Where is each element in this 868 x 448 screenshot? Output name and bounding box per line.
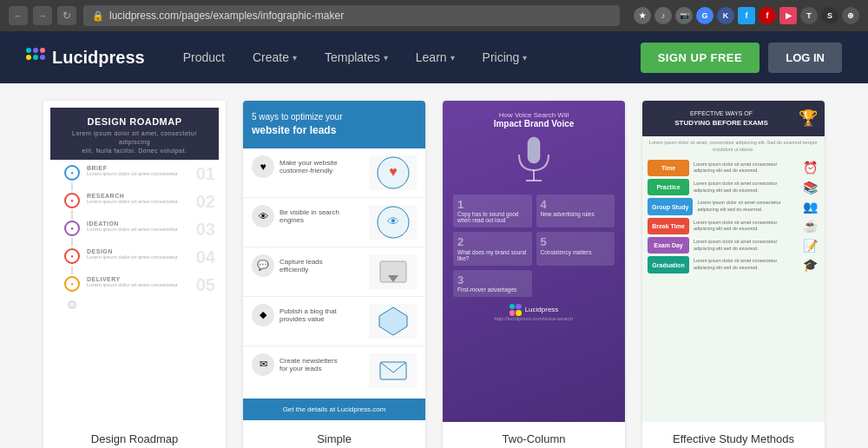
step2-label: RESEARCH: [87, 193, 189, 199]
card2-item-4: ◆ Publish a blog thatprovides value: [243, 297, 425, 346]
extension-icon-10: S: [821, 7, 838, 24]
card4-preview: EFFECTIVE WAYS OF STUDYING BEFORE EXAMS …: [642, 101, 825, 422]
badge-exam: Exam Day: [648, 237, 689, 254]
badge-time: Time: [648, 160, 689, 176]
url-text: lucidpress.com/pages/examples/infographi…: [109, 10, 344, 22]
graduation-icon: 🎓: [800, 256, 819, 273]
browser-chrome: ← → ↻ 🔒 lucidpress.com/pages/examples/in…: [0, 0, 868, 31]
card3-title: How Voice Search Will Impact Brand Voice: [453, 111, 615, 128]
step1-label: BRIEF: [87, 165, 189, 171]
back-button[interactable]: ←: [9, 6, 28, 25]
step5-label: DELIVERY: [87, 276, 189, 282]
step4-circle: ●: [64, 248, 80, 264]
nav-pricing[interactable]: Pricing ▾: [470, 43, 540, 71]
nav-product[interactable]: Product: [171, 43, 237, 71]
card3-item-4: 4 New advertising rules: [536, 194, 615, 227]
forward-button[interactable]: →: [33, 6, 52, 25]
trophy-icon: 🏆: [799, 108, 818, 129]
create-caret: ▾: [293, 53, 297, 63]
browser-extension-icons: ★ ♪ 📷 G K f f ▶ T S ⊕: [634, 7, 859, 24]
card2-item-5: ✉ Create newslettersfor your leads: [243, 346, 425, 395]
extension-icon-6: f: [738, 7, 755, 24]
svg-text:👁: 👁: [387, 214, 399, 228]
card1-title: DESIGN ROADMAP: [56, 116, 214, 127]
card2-icon-3: [376, 254, 411, 289]
lock-icon: 🔒: [92, 10, 104, 22]
signup-button[interactable]: SIGN UP FREE: [641, 43, 760, 73]
card3-item-1: 1 Copy has to sound good when read out l…: [453, 194, 532, 227]
step4-label: DESIGN: [87, 248, 189, 254]
svg-rect-8: [528, 137, 540, 163]
card2-header: 5 ways to optimize your website for lead…: [243, 101, 425, 148]
practice-icon: 📚: [800, 179, 819, 195]
step3-circle: ●: [64, 221, 80, 236]
nav-links: Product Create ▾ Templates ▾ Learn ▾ Pri…: [171, 43, 641, 71]
refresh-button[interactable]: ↻: [57, 6, 76, 25]
step5-circle: ●: [64, 276, 80, 292]
card-design-roadmap[interactable]: DESIGN ROADMAP Lorem ipsum dolor sit ame…: [43, 101, 226, 448]
card3-item-5: 5 Consistency matters: [536, 232, 615, 265]
card2-icon-5: [376, 353, 411, 388]
address-bar[interactable]: 🔒 lucidpress.com/pages/examples/infograp…: [83, 5, 620, 26]
section-exam: Exam Day Lorem ipsum dolor sit amet cons…: [648, 237, 819, 254]
svg-marker-6: [379, 307, 407, 335]
badge-break: Break Time: [648, 218, 689, 234]
badge-graduation: Graduation: [648, 256, 689, 273]
extension-icon-9: T: [800, 7, 818, 24]
extension-icon-3: 📷: [675, 7, 693, 24]
section-practice: Practice Lorem ipsum dolor sit amet cons…: [648, 179, 819, 195]
card2-icon-1: ♥: [376, 155, 411, 190]
extension-icon-2: ♪: [654, 7, 672, 24]
card2-label: Simple Infographic: [243, 422, 425, 448]
badge-group: Group Study: [648, 198, 693, 214]
card2-icon-4: [376, 304, 411, 339]
card4-label: Effective Study Methods Infographic: [642, 422, 825, 448]
card3-item-3: 3 First-mover advantages: [453, 270, 532, 297]
logo[interactable]: Lucidpress: [26, 48, 145, 68]
card3-preview: How Voice Search Will Impact Brand Voice…: [443, 101, 625, 422]
card2-icon-2: 👁: [376, 205, 411, 240]
main-content: DESIGN ROADMAP Lorem ipsum dolor sit ame…: [0, 83, 868, 448]
card1-preview: DESIGN ROADMAP Lorem ipsum dolor sit ame…: [43, 101, 226, 422]
templates-caret: ▾: [384, 53, 388, 63]
step3-label: IDEATION: [87, 221, 189, 227]
step2-circle: ●: [64, 193, 80, 208]
section-break: Break Time Lorem ipsum dolor sit amet co…: [648, 218, 819, 234]
learn-caret: ▾: [450, 53, 455, 63]
login-button[interactable]: LOG IN: [768, 43, 842, 73]
nav-templates[interactable]: Templates ▾: [312, 43, 400, 71]
card2-preview: 5 ways to optimize your website for lead…: [243, 101, 425, 422]
card1-sub: Lorem ipsum dolor sit amet, consectetur …: [56, 129, 214, 155]
nav-learn[interactable]: Learn ▾: [404, 43, 467, 71]
step1-circle: ●: [64, 165, 80, 181]
card4-header: EFFECTIVE WAYS OF STUDYING BEFORE EXAMS …: [642, 101, 825, 136]
card-simple[interactable]: 5 ways to optimize your website for lead…: [243, 101, 425, 448]
section-time: Time Lorem ipsum dolor sit amet consecte…: [648, 160, 819, 176]
extension-icon-1: ★: [634, 7, 651, 24]
nav-create[interactable]: Create ▾: [240, 43, 309, 71]
card1-header: DESIGN ROADMAP Lorem ipsum dolor sit ame…: [50, 108, 219, 160]
pricing-caret: ▾: [523, 53, 527, 63]
time-icon: ⏰: [800, 160, 819, 176]
break-icon: ☕: [800, 218, 819, 234]
group-icon: 👥: [800, 198, 819, 214]
extension-icon-4: G: [696, 7, 713, 24]
card3-logo: Lucidpress: [525, 306, 559, 313]
navbar: Lucidpress Product Create ▾ Templates ▾ …: [0, 31, 868, 83]
logo-text: Lucidpress: [52, 48, 145, 68]
svg-text:♥: ♥: [389, 164, 398, 179]
extension-icon-7: f: [759, 7, 776, 24]
card2-item-3: 💬 Capture leadsefficiently: [243, 247, 425, 297]
extension-icon-8: ▶: [779, 7, 797, 24]
browser-nav-controls: ← → ↻: [9, 6, 76, 25]
card3-label: Two-Column Infographic: [443, 422, 625, 448]
card1-label: Design Roadmap Infographic: [43, 422, 226, 448]
card1-timeline: ● BRIEF Lorem ipsum dolor sit amet conse…: [50, 160, 219, 314]
card-study-methods[interactable]: EFFECTIVE WAYS OF STUDYING BEFORE EXAMS …: [642, 101, 825, 448]
card2-footer: Get the details at Lucidpress.com: [243, 399, 425, 420]
card2-item-2: 👁 Be visible in searchengines 👁: [243, 198, 425, 247]
card2-item-1: ♥ Make your websitecustomer-friendly ♥: [243, 148, 425, 198]
logo-icon: [26, 48, 45, 67]
card3-voice-icon: [512, 135, 556, 188]
card-two-column[interactable]: How Voice Search Will Impact Brand Voice…: [443, 101, 625, 448]
